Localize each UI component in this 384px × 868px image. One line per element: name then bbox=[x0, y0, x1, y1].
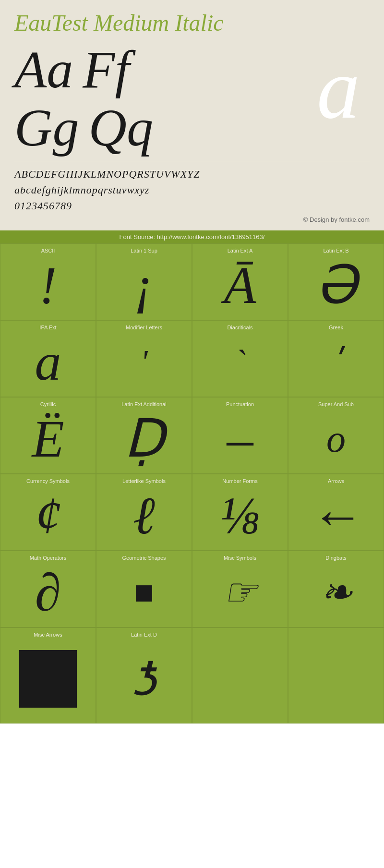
glyph-char-latinextd: ƾ bbox=[132, 640, 156, 717]
glyph-char-greek: ʹ bbox=[332, 333, 341, 391]
alphabet-upper: ABCDEFGHIJKLMNOPQRSTUVWXYZ bbox=[14, 166, 370, 182]
glyph-label-arrows: Arrows bbox=[328, 478, 344, 484]
glyph-label-latinexta: Latin Ext A bbox=[228, 248, 253, 253]
letter-qq: Qq bbox=[88, 99, 153, 157]
glyph-cell-superandsub: Super And Sub o bbox=[288, 397, 384, 474]
glyph-cell-greek: Greek ʹ bbox=[288, 320, 384, 397]
glyph-label-modletters: Modifier Letters bbox=[126, 325, 162, 330]
glyph-label-mathop: Math Operators bbox=[30, 555, 66, 561]
glyph-label-latinextb: Latin Ext B bbox=[323, 248, 348, 253]
glyph-char-modletters: ' bbox=[141, 333, 148, 391]
glyph-char-latinexta: Ā bbox=[224, 256, 256, 314]
glyph-label-currency: Currency Symbols bbox=[26, 478, 70, 484]
alphabet-digits: 0123456789 bbox=[14, 198, 370, 214]
glyph-label-ipaext: IPA Ext bbox=[39, 325, 56, 330]
glyph-cell-miscarrows: Misc Arrows bbox=[0, 627, 96, 723]
glyph-label-dingbats: Dingbats bbox=[325, 555, 346, 561]
glyph-char-latin1sup: ¡ bbox=[134, 256, 155, 314]
specimen-row-1: Aa Ff bbox=[14, 41, 370, 99]
glyph-cell-punctuation: Punctuation – bbox=[192, 397, 288, 474]
glyph-label-letterlike: Letterlike Symbols bbox=[122, 478, 166, 484]
glyph-char-latinextadd: Ḍ bbox=[124, 410, 165, 468]
glyph-char-numberforms: ⅛ bbox=[220, 486, 260, 544]
letter-aa: Aa bbox=[14, 41, 73, 99]
glyph-label-latin1sup: Latin 1 Sup bbox=[131, 248, 157, 253]
glyph-cell-empty1 bbox=[192, 627, 288, 723]
alphabet-section: ABCDEFGHIJKLMNOPQRSTUVWXYZ abcdefghijklm… bbox=[14, 162, 370, 214]
letter-gg: Gg bbox=[14, 99, 79, 157]
design-credits: © Design by fontke.com bbox=[14, 214, 370, 226]
glyph-cell-letterlike: Letterlike Symbols ℓ bbox=[96, 474, 192, 551]
glyph-char-superandsub: o bbox=[326, 410, 346, 468]
glyph-char-cyrillic: Ë bbox=[32, 410, 64, 468]
glyph-label-greek: Greek bbox=[329, 325, 343, 330]
specimen-row-2: Gg Qq bbox=[14, 99, 370, 157]
glyph-char-miscsymbols: ☞ bbox=[223, 563, 257, 621]
specimen-letters: Aa Ff Gg Qq bbox=[14, 41, 370, 157]
glyph-char-punctuation: – bbox=[227, 410, 253, 468]
glyph-char-diacriticals: ` bbox=[234, 333, 245, 391]
glyph-cell-diacriticals: Diacriticals ` bbox=[192, 320, 288, 397]
font-title: EauTest Medium Italic bbox=[14, 10, 370, 36]
glyph-cell-ipaext: IPA Ext a bbox=[0, 320, 96, 397]
specimen-large: Aa Ff Gg Qq a bbox=[14, 41, 370, 157]
glyph-cell-numberforms: Number Forms ⅛ bbox=[192, 474, 288, 551]
glyph-cell-latin1sup: Latin 1 Sup ¡ bbox=[96, 243, 192, 320]
glyph-char-letterlike: ℓ bbox=[133, 486, 155, 544]
glyph-label-superandsub: Super And Sub bbox=[318, 401, 354, 407]
glyph-label-geoshapes: Geometric Shapes bbox=[122, 555, 166, 561]
glyph-cell-modletters: Modifier Letters ' bbox=[96, 320, 192, 397]
glyph-cell-cyrillic: Cyrillic Ë bbox=[0, 397, 96, 474]
glyph-char-currency: ¢ bbox=[35, 486, 61, 544]
glyph-cell-ascii: ASCII ! bbox=[0, 243, 96, 320]
alphabet-lower: abcdefghijklmnopqrstuvwxyz bbox=[14, 182, 370, 198]
glyph-char-mathop: ∂ bbox=[35, 563, 61, 621]
glyph-cell-empty2 bbox=[288, 627, 384, 723]
glyph-char-arrows: ← bbox=[310, 486, 362, 544]
glyph-cell-latinextb: Latin Ext B Ə bbox=[288, 243, 384, 320]
glyph-char-geoshapes: ■ bbox=[134, 563, 154, 621]
glyph-cell-latinextadd: Latin Ext Additional Ḍ bbox=[96, 397, 192, 474]
glyph-cell-currency: Currency Symbols ¢ bbox=[0, 474, 96, 551]
glyph-label-numberforms: Number Forms bbox=[222, 478, 257, 484]
letter-highlight-a: a bbox=[317, 46, 360, 132]
glyph-label-ascii: ASCII bbox=[41, 248, 55, 253]
glyph-grid: ASCII ! Latin 1 Sup ¡ Latin Ext A Ā Lati… bbox=[0, 243, 384, 723]
glyph-char-miscarrows bbox=[19, 640, 77, 717]
glyph-cell-dingbats: Dingbats ❧ bbox=[288, 551, 384, 627]
glyph-label-miscarrows: Misc Arrows bbox=[34, 632, 62, 638]
letter-ff: Ff bbox=[83, 41, 130, 99]
glyph-cell-miscsymbols: Misc Symbols ☞ bbox=[192, 551, 288, 627]
glyph-char-ipaext: a bbox=[35, 333, 61, 391]
glyph-cell-latinexta: Latin Ext A Ā bbox=[192, 243, 288, 320]
glyph-label-miscsymbols: Misc Symbols bbox=[224, 555, 256, 561]
glyph-cell-mathop: Math Operators ∂ bbox=[0, 551, 96, 627]
glyph-char-ascii: ! bbox=[39, 256, 57, 314]
glyph-label-diacriticals: Diacriticals bbox=[227, 325, 252, 330]
glyph-cell-latinextd: Latin Ext D ƾ bbox=[96, 627, 192, 723]
glyph-label-latinextd: Latin Ext D bbox=[131, 632, 157, 638]
glyph-char-dingbats: ❧ bbox=[320, 563, 352, 621]
font-source-bar: Font Source: http://www.fontke.com/font/… bbox=[0, 230, 384, 243]
glyph-label-cyrillic: Cyrillic bbox=[40, 401, 56, 407]
glyph-label-latinextadd: Latin Ext Additional bbox=[121, 401, 167, 407]
glyph-label-punctuation: Punctuation bbox=[226, 401, 254, 407]
glyph-char-latinextb: Ə bbox=[315, 256, 357, 314]
glyph-cell-geoshapes: Geometric Shapes ■ bbox=[96, 551, 192, 627]
top-section: EauTest Medium Italic Aa Ff Gg Qq a ABCD… bbox=[0, 0, 384, 230]
glyph-cell-arrows: Arrows ← bbox=[288, 474, 384, 551]
